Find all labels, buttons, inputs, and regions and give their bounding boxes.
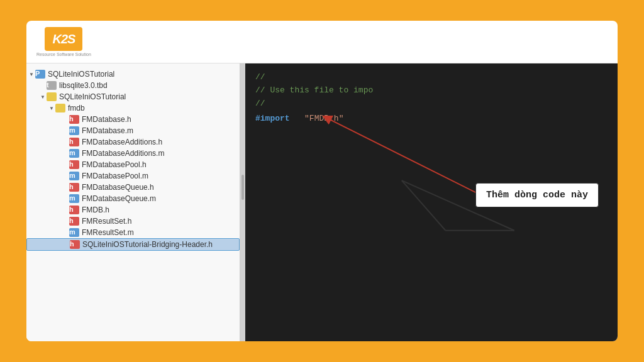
icon-m: m	[69, 228, 79, 237]
tree-item-fmdb-folder[interactable]: ▼ fmdb	[26, 102, 240, 114]
icon-m: m	[69, 194, 79, 203]
tree-item-fmdbadd-h[interactable]: h FMDatabaseAdditions.h	[26, 136, 240, 148]
icon-m: m	[69, 149, 79, 158]
main-card: K2S Resource Software Solution ▼ P SQLit…	[26, 21, 618, 341]
item-name: FMResultSet.h	[82, 217, 131, 226]
tree-item-root[interactable]: ▼ P SQLiteIniOSTutorial	[26, 69, 240, 80]
logo: K2S Resource Software Solution	[36, 27, 91, 57]
icon-tbd: t	[47, 81, 57, 90]
tree-item-sqlitefolder[interactable]: ▼ SQLiteIniOSTutorial	[26, 91, 240, 102]
icon-folder	[47, 92, 57, 101]
annotation-box: Thêm dòng code này	[475, 183, 599, 207]
code-panel: // // Use this file to impo // #import "…	[245, 63, 618, 341]
item-name: FMDatabase.m	[82, 126, 133, 135]
tree-item-fmdbpool-h[interactable]: h FMDatabasePool.h	[26, 159, 240, 170]
tree-item-fmdbpool-m[interactable]: m FMDatabasePool.m	[26, 170, 240, 182]
code-comment1: //	[255, 71, 608, 84]
icon-h: h	[69, 183, 79, 192]
icon-h: h	[69, 217, 79, 226]
tree-item-fmdatabase-h[interactable]: h FMDatabase.h	[26, 114, 240, 125]
annotation-text: Thêm dòng code này	[486, 190, 588, 200]
item-name: FMDatabasePool.m	[82, 172, 148, 180]
logo-text: K2S	[52, 32, 75, 47]
icon-h: h	[69, 138, 79, 146]
tree-item-bridging-h[interactable]: h SQLiteIniOSTutorial-Bridging-Header.h	[26, 238, 240, 251]
import-keyword: #import	[255, 114, 290, 123]
tree-item-fmresult-h[interactable]: h FMResultSet.h	[26, 216, 240, 227]
item-name: libsqlite3.0.tbd	[59, 81, 108, 90]
card-header: K2S Resource Software Solution	[26, 21, 618, 63]
item-name: SQLiteIniOSTutorial	[59, 92, 126, 101]
tree-item-fmdb-h[interactable]: h FMDB.h	[26, 204, 240, 216]
svg-line-1	[402, 180, 446, 231]
item-name: FMDatabaseQueue.m	[82, 194, 156, 203]
item-name: FMResultSet.m	[82, 228, 134, 237]
svg-line-0	[326, 118, 483, 196]
item-name: fmdb	[68, 104, 85, 112]
code-comment3: //	[255, 97, 608, 111]
tree-item-fmdbqueue-h[interactable]: h FMDatabaseQueue.h	[26, 182, 240, 193]
import-string: "FMDB.h"	[304, 114, 343, 123]
code-import-line: #import "FMDB.h"	[255, 112, 608, 126]
content-area: ▼ P SQLiteIniOSTutorial t libsqlite3.0.t…	[26, 63, 618, 341]
icon-m: m	[69, 126, 79, 135]
item-name: FMDB.h	[82, 206, 109, 214]
icon-h: h	[69, 160, 79, 169]
icon-h: h	[69, 115, 79, 124]
item-name: FMDatabaseAdditions.h	[82, 138, 162, 146]
icon-folder	[55, 104, 65, 112]
file-tree-panel: ▼ P SQLiteIniOSTutorial t libsqlite3.0.t…	[26, 63, 240, 341]
icon-h: h	[70, 240, 80, 249]
tree-item-fmdatabase-m[interactable]: m FMDatabase.m	[26, 125, 240, 136]
item-name: FMDatabaseQueue.h	[82, 183, 154, 192]
tree-item-fmdbadd-m[interactable]: m FMDatabaseAdditions.m	[26, 148, 240, 159]
code-comment2: // Use this file to impo	[255, 84, 608, 97]
divider[interactable]	[240, 63, 245, 341]
tree-item-fmdbqueue-m[interactable]: m FMDatabaseQueue.m	[26, 193, 240, 204]
icon-h: h	[69, 206, 79, 214]
logo-box: K2S	[45, 27, 82, 51]
item-name: FMDatabaseAdditions.m	[82, 149, 164, 158]
item-name: FMDatabasePool.h	[82, 160, 147, 169]
icon-proj: P	[35, 70, 45, 79]
item-name: FMDatabase.h	[82, 115, 131, 124]
item-name: SQLiteIniOSTutorial-Bridging-Header.h	[82, 240, 213, 249]
logo-subtitle: Resource Software Solution	[36, 52, 91, 57]
tree-item-libsqlite[interactable]: t libsqlite3.0.tbd	[26, 80, 240, 91]
item-name: SQLiteIniOSTutorial	[48, 70, 114, 79]
tree-item-fmresult-m[interactable]: m FMResultSet.m	[26, 227, 240, 238]
icon-m: m	[69, 172, 79, 180]
